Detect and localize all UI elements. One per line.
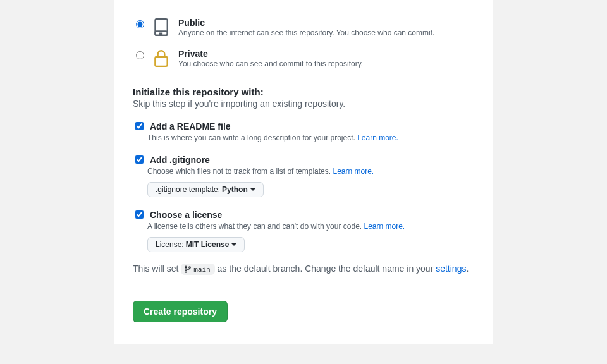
gitignore-learn-more-link[interactable]: Learn more. xyxy=(333,167,374,176)
license-desc: A license tells others what they can and… xyxy=(147,222,474,231)
gitignore-template-selector[interactable]: .gitignore template: Python xyxy=(147,182,264,197)
create-repository-button[interactable]: Create repository xyxy=(133,301,228,322)
svg-point-5 xyxy=(189,267,191,269)
lock-icon xyxy=(153,49,169,68)
settings-link[interactable]: settings xyxy=(436,264,466,274)
readme-checkbox[interactable] xyxy=(135,122,144,130)
visibility-radio-public[interactable] xyxy=(136,20,144,28)
license-selector[interactable]: License: MIT License xyxy=(147,237,245,252)
repo-icon xyxy=(153,18,169,37)
chevron-down-icon xyxy=(250,188,255,191)
branch-name: main xyxy=(193,265,211,274)
branch-badge: main xyxy=(181,264,215,275)
license-checkbox[interactable] xyxy=(135,210,144,219)
visibility-radio-private[interactable] xyxy=(136,51,144,59)
gitignore-option: Add .gitignore Choose which files not to… xyxy=(133,154,474,197)
gitignore-checkbox[interactable] xyxy=(135,155,144,164)
new-repo-form: Public Anyone on the internet can see th… xyxy=(114,0,493,344)
svg-point-3 xyxy=(185,266,187,268)
license-option: Choose a license A license tells others … xyxy=(133,209,474,252)
gitignore-label: Add .gitignore xyxy=(150,155,210,165)
visibility-public-desc: Anyone on the internet can see this repo… xyxy=(178,28,434,37)
svg-rect-2 xyxy=(155,57,167,66)
visibility-option-public[interactable]: Public Anyone on the internet can see th… xyxy=(133,18,474,37)
license-value: MIT License xyxy=(186,240,230,249)
visibility-private-desc: You choose who can see and commit to thi… xyxy=(178,59,363,68)
gitignore-template-value: Python xyxy=(222,185,248,194)
git-branch-icon xyxy=(184,265,192,274)
divider xyxy=(133,75,474,75)
license-label: Choose a license xyxy=(150,210,222,220)
readme-learn-more-link[interactable]: Learn more. xyxy=(357,133,398,142)
readme-option: Add a README file This is where you can … xyxy=(133,120,474,142)
visibility-option-private[interactable]: Private You choose who can see and commi… xyxy=(133,49,474,68)
readme-label: Add a README file xyxy=(150,121,231,131)
readme-desc: This is where you can write a long descr… xyxy=(147,133,474,142)
visibility-private-title: Private xyxy=(178,49,363,59)
gitignore-desc: Choose which files not to track from a l… xyxy=(147,167,474,176)
svg-point-4 xyxy=(185,271,187,273)
divider xyxy=(133,289,474,289)
visibility-public-title: Public xyxy=(178,18,434,28)
license-learn-more-link[interactable]: Learn more. xyxy=(364,222,405,231)
chevron-down-icon xyxy=(231,243,236,246)
default-branch-note: This will set main as the default branch… xyxy=(133,264,474,275)
initialize-heading: Initialize this repository with: xyxy=(133,87,474,97)
initialize-subheading: Skip this step if you're importing an ex… xyxy=(133,99,474,109)
